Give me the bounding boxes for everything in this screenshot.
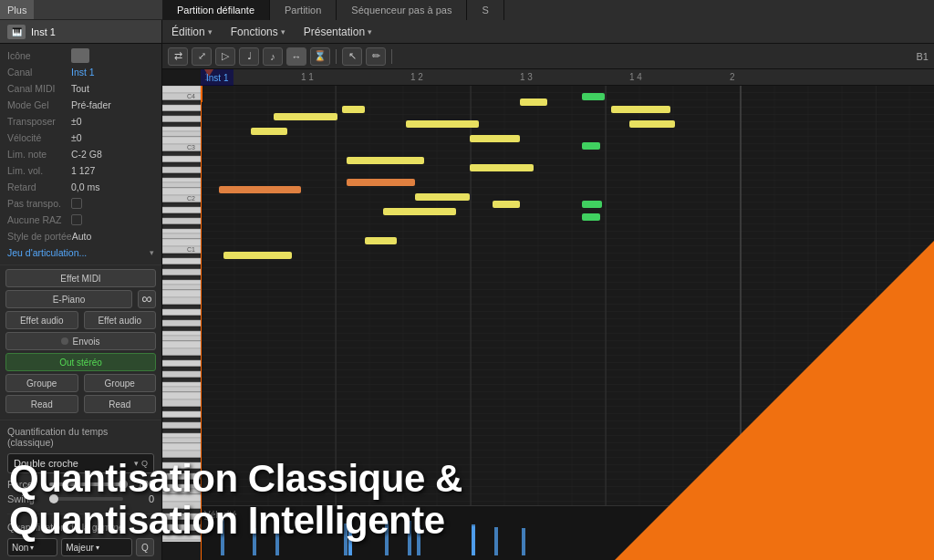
menu-presentation[interactable]: Présentation ▾ (295, 20, 381, 43)
note-12[interactable] (493, 201, 520, 208)
sidebar-mode-gel-row: Mode Gel Pré-fader (0, 97, 161, 113)
toolbar-btn-6[interactable]: ↔ (286, 47, 306, 66)
menu-edition[interactable]: Édition ▾ (162, 20, 222, 43)
note-5[interactable] (470, 135, 520, 142)
presentation-arrow: ▾ (368, 27, 372, 36)
overlay-line1: Quantisation Classique & (9, 458, 462, 500)
btn-groupe-2[interactable]: Groupe (84, 374, 157, 392)
channel-row-envois: Envois (5, 332, 156, 350)
overlay-line2: Quantisation Intelligente (9, 500, 462, 542)
tab-score[interactable]: S (467, 0, 503, 20)
sidebar-style-portee-value: Auto (72, 231, 92, 242)
svg-rect-42 (494, 527, 498, 555)
note-14[interactable] (582, 93, 605, 100)
svg-text:C3: C3 (187, 144, 195, 150)
btn-groupe-1[interactable]: Groupe (5, 374, 78, 392)
note-19[interactable] (629, 120, 675, 128)
btn-envois[interactable]: Envois (5, 332, 156, 350)
svg-text:C4: C4 (187, 93, 195, 99)
note-8[interactable] (470, 164, 534, 171)
btn-out-stereo[interactable]: Out stéréo (5, 353, 156, 371)
toolbar-btn-3[interactable]: ▷ (215, 47, 235, 66)
btn-link[interactable]: ∞ (138, 290, 156, 308)
note-16[interactable] (582, 201, 602, 208)
note-3[interactable] (342, 106, 365, 113)
channel-row-groupe: Groupe Groupe (5, 374, 156, 392)
inst-label: Inst 1 (201, 69, 234, 86)
toolbar-btn-arrow[interactable]: ↖ (342, 47, 362, 66)
fonctions-arrow: ▾ (281, 27, 285, 36)
sidebar-icone-box[interactable] (71, 48, 89, 63)
note-21[interactable] (365, 237, 397, 244)
note-17[interactable] (582, 213, 600, 221)
note-2[interactable] (251, 128, 287, 135)
sidebar-aucune-raz-check[interactable] (71, 214, 82, 225)
channel-row-epiano: E-Piano ∞ (5, 290, 156, 308)
sidebar-canal-midi-row: Canal MIDI Tout (0, 80, 161, 97)
sidebar-header: 🎹 Inst 1 (0, 20, 161, 44)
ruler-mark-14: 1 4 (629, 72, 642, 82)
sidebar-lim-vol-row: Lim. vol. 1 127 (0, 162, 161, 179)
toolbar-btn-5[interactable]: ♪ (263, 47, 283, 66)
tab-partition[interactable]: Partition (270, 0, 337, 20)
toolbar: ⇄ ⤢ ▷ ♩ ♪ ↔ ⌛ ↖ ✏ B1 (162, 44, 934, 69)
svg-rect-38 (472, 524, 475, 555)
note-11[interactable] (415, 193, 470, 201)
sidebar-velocite-value: ±0 (71, 132, 82, 143)
sidebar-track-icon: 🎹 (7, 25, 26, 39)
ruler-mark-13: 1 3 (520, 72, 533, 82)
toolbar-btn-1[interactable]: ⇄ (168, 47, 188, 66)
note-10[interactable] (347, 179, 415, 186)
note-18[interactable] (611, 106, 670, 113)
sidebar-canal-midi-label: Canal MIDI (7, 83, 71, 94)
sidebar-retard-value: 0,0 ms (71, 181, 100, 192)
toolbar-btn-4[interactable]: ♩ (239, 47, 259, 66)
note-13[interactable] (383, 208, 456, 215)
sidebar-pas-transpo-check[interactable] (71, 198, 82, 209)
sidebar-aucune-raz-row: Aucune RAZ (0, 212, 161, 228)
plus-menu[interactable]: Plus (0, 0, 34, 19)
toolbar-btn-pencil[interactable]: ✏ (366, 47, 386, 66)
btn-effet-audio-1[interactable]: Effet audio (5, 311, 78, 329)
channel-strip: Effet MIDI E-Piano ∞ Effet audio Effet a… (0, 264, 161, 420)
tab-partition-defilante[interactable]: Partition défilante (162, 0, 270, 20)
sidebar-jeu-articulation-row[interactable]: Jeu d'articulation... ▾ (0, 244, 161, 261)
btn-effet-midi[interactable]: Effet MIDI (5, 269, 156, 287)
sidebar-style-portee-label: Style de portée (7, 231, 72, 242)
sidebar-lim-note-value: C-2 G8 (71, 149, 102, 160)
svg-rect-36 (522, 528, 525, 555)
gamme-none-arrow: ▾ (30, 544, 34, 552)
sidebar-canal-value[interactable]: Inst 1 (71, 67, 95, 78)
ruler-mark-2: 2 (730, 72, 735, 82)
edition-arrow: ▾ (208, 27, 213, 36)
note-1[interactable] (274, 113, 337, 120)
btn-read-2[interactable]: Read (84, 395, 157, 413)
sidebar-style-portee-row: Style de portée Auto (0, 228, 161, 244)
channel-row-effet-audio: Effet audio Effet audio (5, 311, 156, 329)
ruler: 1 1 1 1 2 1 3 1 4 2 (201, 69, 934, 86)
toolbar-btn-2[interactable]: ⤢ (192, 47, 212, 66)
sidebar-piste-value: Inst 1 (31, 26, 56, 37)
menu-fonctions[interactable]: Fonctions ▾ (222, 20, 295, 43)
note-20[interactable] (223, 252, 292, 259)
sidebar-retard-row: Retard 0,0 ms (0, 179, 161, 195)
btn-effet-audio-2[interactable]: Effet audio (84, 311, 157, 329)
tab-sequencer[interactable]: Séquenceur pas à pas (337, 0, 467, 20)
note-6[interactable] (520, 99, 547, 106)
toolbar-sep-1 (336, 49, 337, 64)
note-15[interactable] (582, 142, 600, 150)
sidebar-lim-note-row: Lim. note C-2 G8 (0, 146, 161, 162)
sidebar-lim-vol-label: Lim. vol. (7, 165, 71, 176)
note-7[interactable] (347, 157, 424, 164)
sidebar-pas-transpo-label: Pas transpo. (7, 198, 71, 209)
tab-bar: Partition défilante Partition Séquenceur… (162, 0, 934, 20)
toolbar-btn-7[interactable]: ⌛ (310, 47, 330, 66)
btn-read-1[interactable]: Read (5, 395, 78, 413)
overlay-triangle-orange (615, 241, 934, 560)
note-4[interactable] (406, 120, 479, 128)
btn-epiano[interactable]: E-Piano (5, 290, 132, 308)
sidebar-retard-label: Retard (7, 181, 71, 192)
sidebar-transposer-row: Transposer ±0 (0, 113, 161, 130)
sidebar-icone-label: Icône (7, 50, 71, 61)
note-9[interactable] (219, 186, 301, 193)
